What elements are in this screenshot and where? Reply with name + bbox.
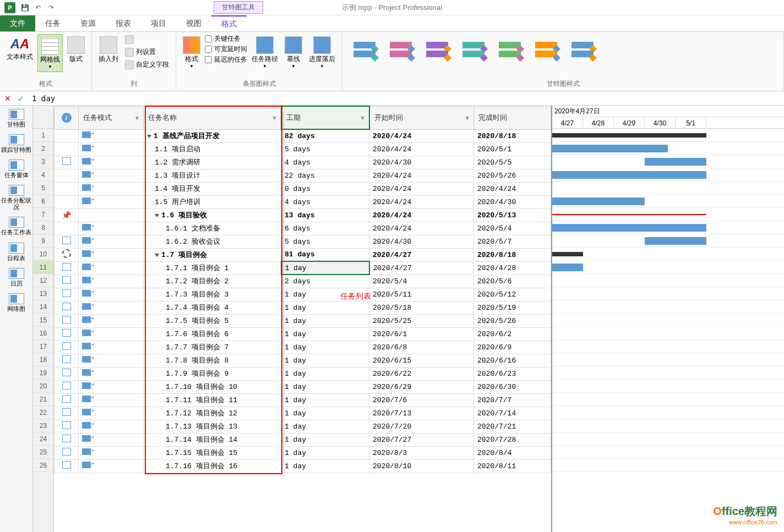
start-cell[interactable]: 2020/4/24 bbox=[369, 142, 474, 156]
task-row[interactable]: 1.7.7 项目例会 7 1 day 2020/6/8 2020/6/9 bbox=[55, 341, 551, 354]
finish-cell[interactable]: 2020/5/19 bbox=[474, 301, 551, 314]
task-row[interactable]: 1.4 项目开发 0 days 2020/4/24 2020/4/24 bbox=[55, 182, 551, 195]
slack-checkbox[interactable]: 可宽延时间 bbox=[205, 45, 247, 54]
tab-view[interactable]: 视图 bbox=[176, 15, 211, 31]
finish-cell[interactable]: 2020/8/4 bbox=[474, 446, 551, 459]
row-number[interactable]: 8 bbox=[33, 221, 53, 234]
task-row[interactable]: 1.7.11 项目例会 11 1 day 2020/7/6 2020/7/7 bbox=[55, 393, 551, 407]
task-row[interactable]: 1.7.9 项目例会 9 1 day 2020/6/22 2020/6/23 bbox=[55, 367, 551, 380]
row-number[interactable]: 24 bbox=[33, 432, 53, 446]
column-settings-button[interactable]: 列设置 bbox=[123, 46, 171, 58]
row-number[interactable]: 13 bbox=[33, 287, 53, 300]
row-number[interactable]: 16 bbox=[33, 327, 53, 340]
task-row[interactable]: 1.5 用户培训 4 days 2020/4/24 2020/4/30 bbox=[55, 195, 551, 209]
start-cell[interactable]: 2020/6/1 bbox=[369, 327, 474, 341]
duration-cell[interactable]: 5 days bbox=[281, 142, 369, 156]
task-name-cell[interactable]: 1.1 项目启动 bbox=[144, 142, 281, 156]
gantt-style-2[interactable] bbox=[388, 39, 414, 61]
gantt-style-4[interactable] bbox=[460, 39, 487, 61]
task-name-cell[interactable]: 1.7.3 项目例会 3 bbox=[144, 288, 281, 301]
start-cell[interactable]: 2020/4/30 bbox=[369, 235, 474, 248]
gantt-chart[interactable]: 2020年4月27日 4/274/284/294/305/1 bbox=[551, 106, 784, 532]
duration-cell[interactable]: 22 days bbox=[281, 169, 369, 182]
task-name-cell[interactable]: 1.2 需求调研 bbox=[144, 156, 281, 169]
align-left-button[interactable] bbox=[123, 34, 171, 45]
row-number[interactable]: 21 bbox=[33, 393, 53, 406]
gantt-row[interactable] bbox=[552, 142, 784, 155]
row-number[interactable]: 14 bbox=[33, 300, 53, 314]
task-name-cell[interactable]: 1.7.6 项目例会 6 bbox=[144, 327, 281, 341]
task-name-cell[interactable]: 1.6.2 验收会议 bbox=[144, 235, 281, 248]
row-number[interactable]: 7 bbox=[33, 208, 53, 221]
confirm-edit-icon[interactable]: ✓ bbox=[18, 94, 24, 103]
start-cell[interactable]: 2020/4/30 bbox=[369, 156, 474, 169]
start-cell[interactable]: 2020/4/24 bbox=[369, 222, 474, 235]
task-row[interactable]: 1.7.4 项目例会 4 1 day 2020/5/18 2020/5/19 bbox=[55, 301, 551, 314]
row-number[interactable]: 6 bbox=[33, 195, 53, 208]
start-cell[interactable]: 2020/6/29 bbox=[369, 380, 474, 393]
tab-task[interactable]: 任务 bbox=[35, 15, 70, 31]
start-cell[interactable]: 2020/5/25 bbox=[369, 314, 474, 327]
gantt-row[interactable] bbox=[552, 327, 784, 340]
duration-cell[interactable]: 6 days bbox=[281, 222, 369, 235]
gantt-row[interactable] bbox=[552, 406, 784, 419]
task-row[interactable]: 1.7.14 项目例会 14 1 day 2020/7/27 2020/7/28 bbox=[55, 433, 551, 446]
row-number[interactable]: 3 bbox=[33, 155, 53, 168]
finish-cell[interactable]: 2020/8/11 bbox=[474, 459, 551, 473]
task-name-cell[interactable]: 1.7.15 项目例会 15 bbox=[144, 446, 281, 459]
gantt-summary-bar[interactable] bbox=[552, 133, 706, 138]
row-number[interactable]: 23 bbox=[33, 419, 53, 432]
finish-cell[interactable]: 2020/5/5 bbox=[474, 156, 551, 169]
task-row[interactable]: 1.7.12 项目例会 12 1 day 2020/7/13 2020/7/14 bbox=[55, 407, 551, 420]
gantt-row[interactable] bbox=[552, 340, 784, 353]
duration-cell[interactable]: 2 days bbox=[281, 275, 369, 288]
task-name-cell[interactable]: 1.7.13 项目例会 13 bbox=[144, 420, 281, 433]
gantt-style-1[interactable] bbox=[351, 39, 378, 61]
row-number[interactable]: 15 bbox=[33, 314, 53, 327]
start-cell[interactable]: 2020/6/22 bbox=[369, 367, 474, 380]
gantt-row[interactable] bbox=[552, 446, 784, 459]
task-row[interactable]: 1.7.5 项目例会 5 1 day 2020/5/25 2020/5/26 bbox=[55, 314, 551, 327]
start-cell[interactable]: 2020/8/10 bbox=[369, 459, 474, 473]
task-row[interactable]: 1.7.1 项目例会 1 1 day 2020/4/27 2020/4/28 bbox=[55, 261, 551, 275]
task-row[interactable]: 1.7.6 项目例会 6 1 day 2020/6/1 2020/6/2 bbox=[55, 327, 551, 341]
task-row[interactable]: 1.7.13 项目例会 13 1 day 2020/7/20 2020/7/21 bbox=[55, 420, 551, 433]
duration-cell[interactable]: 81 days bbox=[281, 248, 369, 261]
gantt-row[interactable] bbox=[552, 208, 784, 221]
save-icon[interactable]: 💾 bbox=[20, 3, 30, 13]
row-number[interactable]: 17 bbox=[33, 340, 53, 353]
gantt-task-bar[interactable] bbox=[552, 224, 706, 232]
gantt-row[interactable] bbox=[552, 419, 784, 432]
task-row[interactable]: 1.2 需求调研 4 days 2020/4/30 2020/5/5 bbox=[55, 156, 551, 169]
undo-icon[interactable]: ↶ bbox=[33, 3, 43, 13]
finish-cell[interactable]: 2020/6/2 bbox=[474, 327, 551, 341]
task-name-cell[interactable]: 1.7.7 项目例会 7 bbox=[144, 341, 281, 354]
insert-column-button[interactable]: 插入列 bbox=[96, 34, 121, 65]
gantt-task-bar[interactable] bbox=[552, 171, 706, 179]
gantt-row[interactable] bbox=[552, 234, 784, 248]
tab-resource[interactable]: 资源 bbox=[70, 15, 106, 31]
duration-cell[interactable]: 1 day bbox=[281, 380, 369, 393]
gantt-row[interactable] bbox=[552, 129, 784, 142]
duration-cell[interactable]: 1 day bbox=[281, 459, 369, 473]
gridlines-button[interactable]: 网格线 ▼ bbox=[37, 34, 63, 72]
row-number[interactable]: 18 bbox=[33, 353, 53, 366]
finish-cell[interactable]: 2020/5/26 bbox=[474, 169, 551, 182]
task-name-cell[interactable]: 1.5 用户培训 bbox=[144, 195, 281, 209]
task-name-cell[interactable]: 1.7.1 项目例会 1 bbox=[144, 261, 281, 275]
collapse-icon[interactable] bbox=[147, 135, 151, 138]
task-row[interactable]: 1.7.8 项目例会 8 1 day 2020/6/15 2020/6/16 bbox=[55, 354, 551, 367]
gantt-row[interactable] bbox=[552, 380, 784, 393]
view-task-sheet[interactable]: 任务工作表 bbox=[0, 213, 32, 239]
task-row[interactable]: 1.6.2 验收会议 5 days 2020/4/30 2020/5/7 bbox=[55, 235, 551, 248]
gantt-row[interactable] bbox=[552, 221, 784, 234]
start-cell[interactable]: 2020/4/24 bbox=[369, 129, 474, 142]
col-mode[interactable]: 任务模式▼ bbox=[79, 106, 144, 129]
duration-cell[interactable]: 0 days bbox=[281, 182, 369, 195]
duration-cell[interactable]: 1 day bbox=[281, 314, 369, 327]
gantt-row[interactable] bbox=[552, 155, 784, 168]
task-name-cell[interactable]: 1 基线产品项目开发 bbox=[144, 129, 281, 142]
finish-cell[interactable]: 2020/5/26 bbox=[474, 314, 551, 327]
gantt-row[interactable] bbox=[552, 195, 784, 208]
row-number[interactable]: 4 bbox=[33, 168, 53, 182]
